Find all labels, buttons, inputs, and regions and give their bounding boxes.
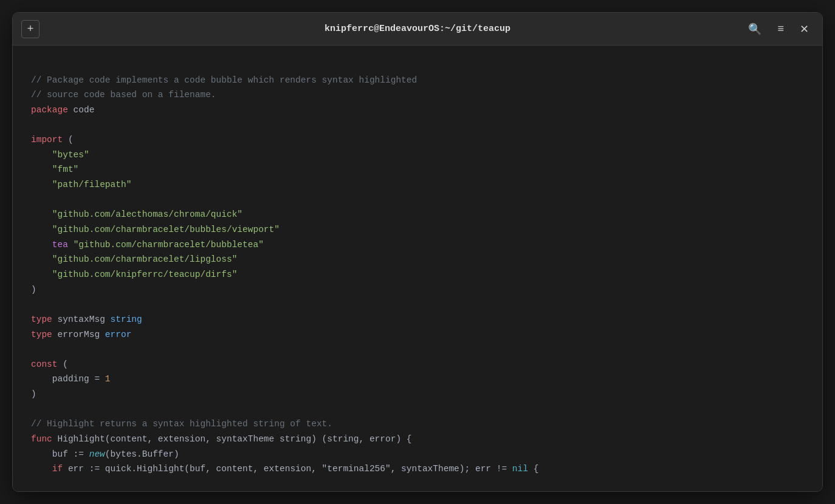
buf-decl: buf :=	[31, 449, 89, 459]
string-filepath: "path/filepath"	[52, 180, 132, 189]
search-button[interactable]: 🔍	[743, 20, 766, 38]
string-chroma: "github.com/alecthomas/chroma/quick"	[52, 209, 242, 219]
close-paren-const: )	[31, 389, 36, 399]
line-26: buf := new(bytes.Buffer)	[31, 449, 179, 459]
line-6: "bytes"	[31, 150, 89, 160]
line-18: type errorMsg error	[31, 330, 131, 339]
builtin-new: new	[89, 449, 105, 459]
import-alias-tea: tea	[52, 240, 68, 250]
plain-paren: (	[63, 135, 73, 145]
line-24: // Highlight returns a syntax highlighte…	[31, 419, 332, 429]
line-7: "fmt"	[31, 165, 78, 174]
line-27: if err := quick.Highlight(buf, content, …	[31, 464, 538, 474]
line-20: const (	[31, 359, 68, 369]
comment-1: // Package code implements a code bubble…	[31, 75, 417, 85]
indent	[31, 165, 52, 174]
type-name-2: errorMsg	[52, 330, 105, 339]
line-17: type syntaxMsg string	[31, 315, 142, 324]
type-string: string	[111, 315, 142, 324]
line-11: "github.com/charmbracelet/bubbles/viewpo…	[31, 225, 280, 234]
close-button[interactable]: ✕	[795, 20, 814, 38]
if-indent	[31, 464, 52, 474]
number-1: 1	[105, 374, 111, 384]
if-rest: err := quick.Highlight(buf, content, ext…	[63, 464, 512, 474]
new-tab-button[interactable]: +	[21, 20, 40, 38]
indent	[31, 209, 52, 219]
if-end: {	[528, 464, 538, 474]
string-lipgloss: "github.com/charmbracelet/lipgloss"	[52, 254, 238, 264]
indent	[31, 254, 52, 264]
line-13: "github.com/charmbracelet/lipgloss"	[31, 254, 237, 264]
string-bytes: "bytes"	[52, 150, 89, 160]
string-viewport: "github.com/charmbracelet/bubbles/viewpo…	[52, 225, 280, 234]
builtin-nil: nil	[512, 464, 528, 474]
keyword-func: func	[31, 434, 52, 444]
keyword-const: const	[31, 359, 58, 369]
string-bubbletea: "github.com/charmbracelet/bubbletea"	[74, 240, 264, 250]
line-12: tea "github.com/charmbracelet/bubbletea"	[31, 240, 264, 250]
line-22: )	[31, 389, 36, 399]
indent	[31, 240, 52, 250]
title-bar: + knipferrc@EndeavourOS:~/git/teacup 🔍 ≡…	[13, 13, 822, 46]
line-15: )	[31, 285, 36, 295]
keyword-type-1: type	[31, 315, 52, 324]
line-3: package code	[31, 105, 94, 115]
close-paren-import: )	[31, 285, 36, 295]
terminal-window: + knipferrc@EndeavourOS:~/git/teacup 🔍 ≡…	[12, 12, 823, 492]
keyword-if: if	[52, 464, 63, 474]
indent	[31, 270, 52, 279]
keyword-package: package	[31, 105, 68, 115]
line-10: "github.com/alecthomas/chroma/quick"	[31, 209, 242, 219]
title-bar-left: +	[21, 20, 40, 38]
line-1: // Package code implements a code bubble…	[31, 75, 417, 85]
line-14: "github.com/knipferrc/teacup/dirfs"	[31, 270, 237, 279]
type-error: error	[105, 330, 132, 339]
code-area: // Package code implements a code bubble…	[13, 46, 822, 491]
string-fmt: "fmt"	[52, 165, 79, 174]
const-paren: (	[58, 359, 68, 369]
code-content: // Package code implements a code bubble…	[31, 58, 804, 491]
keyword-type-2: type	[31, 330, 52, 339]
buf-rest: (bytes.Buffer)	[105, 449, 179, 459]
indent	[31, 150, 52, 160]
space	[68, 240, 74, 250]
indent	[31, 225, 52, 234]
menu-button[interactable]: ≡	[772, 20, 789, 38]
comment-highlight: // Highlight returns a syntax highlighte…	[31, 419, 332, 429]
plain-code: code	[68, 105, 95, 115]
indent	[31, 180, 52, 189]
line-21: padding = 1	[31, 374, 111, 384]
window-title: knipferrc@EndeavourOS:~/git/teacup	[325, 24, 510, 34]
keyword-import: import	[31, 135, 63, 145]
string-dirfs: "github.com/knipferrc/teacup/dirfs"	[52, 270, 238, 279]
line-2: // source code based on a filename.	[31, 90, 216, 100]
title-bar-right: 🔍 ≡ ✕	[743, 20, 814, 38]
comment-2: // source code based on a filename.	[31, 90, 216, 100]
line-5: import (	[31, 135, 74, 145]
type-name-1: syntaxMsg	[52, 315, 111, 324]
const-indent: padding =	[31, 374, 105, 384]
func-sig: Highlight(content, extension, syntaxThem…	[52, 434, 412, 444]
line-8: "path/filepath"	[31, 180, 131, 189]
line-25: func Highlight(content, extension, synta…	[31, 434, 412, 444]
